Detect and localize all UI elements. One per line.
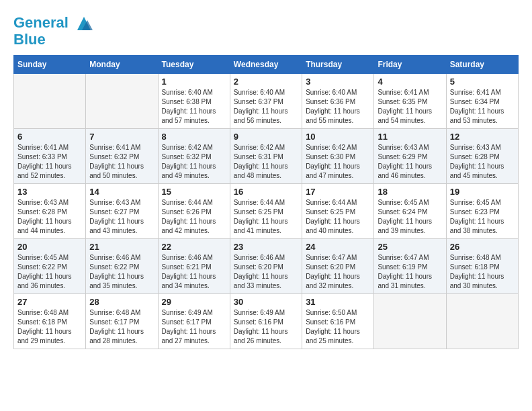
day-number: 23: [234, 242, 298, 252]
day-info: Sunrise: 6:41 AMSunset: 6:35 PMDaylight:…: [378, 88, 442, 126]
day-info: Sunrise: 6:42 AMSunset: 6:30 PMDaylight:…: [306, 143, 370, 181]
day-number: 28: [89, 297, 154, 307]
calendar-cell: 28Sunrise: 6:48 AMSunset: 6:17 PMDayligh…: [86, 294, 158, 349]
calendar-cell: 10Sunrise: 6:42 AMSunset: 6:30 PMDayligh…: [302, 129, 374, 184]
calendar-week-row: 6Sunrise: 6:41 AMSunset: 6:33 PMDaylight…: [14, 129, 519, 184]
day-number: 12: [450, 132, 515, 142]
day-info: Sunrise: 6:45 AMSunset: 6:23 PMDaylight:…: [450, 198, 515, 236]
day-info: Sunrise: 6:43 AMSunset: 6:28 PMDaylight:…: [17, 198, 82, 236]
day-info: Sunrise: 6:41 AMSunset: 6:32 PMDaylight:…: [89, 143, 154, 181]
calendar-cell: [374, 294, 446, 349]
calendar-cell: 9Sunrise: 6:42 AMSunset: 6:31 PMDaylight…: [230, 129, 302, 184]
calendar-cell: 8Sunrise: 6:42 AMSunset: 6:32 PMDaylight…: [158, 129, 230, 184]
day-info: Sunrise: 6:46 AMSunset: 6:21 PMDaylight:…: [162, 253, 226, 291]
calendar-cell: 15Sunrise: 6:44 AMSunset: 6:26 PMDayligh…: [158, 184, 230, 239]
calendar-cell: 29Sunrise: 6:49 AMSunset: 6:17 PMDayligh…: [158, 294, 230, 349]
day-info: Sunrise: 6:43 AMSunset: 6:28 PMDaylight:…: [450, 143, 515, 181]
day-info: Sunrise: 6:45 AMSunset: 6:22 PMDaylight:…: [17, 253, 82, 291]
calendar-cell: 1Sunrise: 6:40 AMSunset: 6:38 PMDaylight…: [158, 74, 230, 129]
day-number: 8: [162, 132, 226, 142]
day-info: Sunrise: 6:50 AMSunset: 6:16 PMDaylight:…: [306, 308, 370, 346]
day-info: Sunrise: 6:47 AMSunset: 6:19 PMDaylight:…: [378, 253, 442, 291]
day-info: Sunrise: 6:41 AMSunset: 6:33 PMDaylight:…: [17, 143, 82, 181]
day-info: Sunrise: 6:41 AMSunset: 6:34 PMDaylight:…: [450, 88, 515, 126]
calendar-cell: 30Sunrise: 6:49 AMSunset: 6:16 PMDayligh…: [230, 294, 302, 349]
weekday-header-monday: Monday: [86, 56, 158, 74]
calendar-cell: 23Sunrise: 6:46 AMSunset: 6:20 PMDayligh…: [230, 239, 302, 294]
calendar-cell: 6Sunrise: 6:41 AMSunset: 6:33 PMDaylight…: [14, 129, 86, 184]
weekday-header-thursday: Thursday: [302, 56, 374, 74]
day-info: Sunrise: 6:42 AMSunset: 6:31 PMDaylight:…: [234, 143, 298, 181]
day-info: Sunrise: 6:47 AMSunset: 6:20 PMDaylight:…: [306, 253, 370, 291]
day-number: 24: [306, 242, 370, 252]
weekday-header-tuesday: Tuesday: [158, 56, 230, 74]
calendar-cell: 19Sunrise: 6:45 AMSunset: 6:23 PMDayligh…: [446, 184, 518, 239]
calendar-week-row: 20Sunrise: 6:45 AMSunset: 6:22 PMDayligh…: [14, 239, 519, 294]
calendar-cell: 25Sunrise: 6:47 AMSunset: 6:19 PMDayligh…: [374, 239, 446, 294]
day-info: Sunrise: 6:42 AMSunset: 6:32 PMDaylight:…: [162, 143, 226, 181]
logo: General Blue: [13, 13, 94, 48]
day-number: 20: [17, 242, 82, 252]
day-number: 25: [378, 242, 442, 252]
day-number: 11: [378, 132, 442, 142]
calendar-cell: 22Sunrise: 6:46 AMSunset: 6:21 PMDayligh…: [158, 239, 230, 294]
calendar-cell: 26Sunrise: 6:48 AMSunset: 6:18 PMDayligh…: [446, 239, 518, 294]
day-number: 16: [234, 187, 298, 197]
calendar-week-row: 1Sunrise: 6:40 AMSunset: 6:38 PMDaylight…: [14, 74, 519, 129]
calendar-cell: 7Sunrise: 6:41 AMSunset: 6:32 PMDaylight…: [86, 129, 158, 184]
weekday-header-sunday: Sunday: [14, 56, 86, 74]
calendar-week-row: 27Sunrise: 6:48 AMSunset: 6:18 PMDayligh…: [14, 294, 519, 349]
calendar-cell: [86, 74, 158, 129]
day-number: 9: [234, 132, 298, 142]
day-info: Sunrise: 6:46 AMSunset: 6:22 PMDaylight:…: [89, 253, 154, 291]
calendar-cell: 14Sunrise: 6:43 AMSunset: 6:27 PMDayligh…: [86, 184, 158, 239]
calendar-cell: 27Sunrise: 6:48 AMSunset: 6:18 PMDayligh…: [14, 294, 86, 349]
calendar-cell: 16Sunrise: 6:44 AMSunset: 6:25 PMDayligh…: [230, 184, 302, 239]
day-number: 4: [378, 77, 442, 87]
day-info: Sunrise: 6:40 AMSunset: 6:36 PMDaylight:…: [306, 88, 370, 126]
day-number: 5: [450, 77, 515, 87]
day-number: 21: [89, 242, 154, 252]
calendar-cell: [446, 294, 518, 349]
calendar-cell: 20Sunrise: 6:45 AMSunset: 6:22 PMDayligh…: [14, 239, 86, 294]
calendar-cell: 2Sunrise: 6:40 AMSunset: 6:37 PMDaylight…: [230, 74, 302, 129]
calendar-cell: 13Sunrise: 6:43 AMSunset: 6:28 PMDayligh…: [14, 184, 86, 239]
calendar-cell: 4Sunrise: 6:41 AMSunset: 6:35 PMDaylight…: [374, 74, 446, 129]
day-info: Sunrise: 6:49 AMSunset: 6:17 PMDaylight:…: [162, 308, 226, 346]
calendar-cell: [14, 74, 86, 129]
day-info: Sunrise: 6:44 AMSunset: 6:25 PMDaylight:…: [234, 198, 298, 236]
day-number: 17: [306, 187, 370, 197]
day-number: 29: [162, 297, 226, 307]
weekday-header-friday: Friday: [374, 56, 446, 74]
calendar-cell: 18Sunrise: 6:45 AMSunset: 6:24 PMDayligh…: [374, 184, 446, 239]
calendar-cell: 24Sunrise: 6:47 AMSunset: 6:20 PMDayligh…: [302, 239, 374, 294]
day-number: 15: [162, 187, 226, 197]
day-info: Sunrise: 6:43 AMSunset: 6:27 PMDaylight:…: [89, 198, 154, 236]
day-number: 6: [17, 132, 82, 142]
day-number: 10: [306, 132, 370, 142]
day-info: Sunrise: 6:44 AMSunset: 6:26 PMDaylight:…: [162, 198, 226, 236]
day-number: 2: [234, 77, 298, 87]
day-info: Sunrise: 6:46 AMSunset: 6:20 PMDaylight:…: [234, 253, 298, 291]
day-number: 22: [162, 242, 226, 252]
weekday-header-saturday: Saturday: [446, 56, 518, 74]
day-number: 13: [17, 187, 82, 197]
day-number: 3: [306, 77, 370, 87]
day-info: Sunrise: 6:43 AMSunset: 6:29 PMDaylight:…: [378, 143, 442, 181]
weekday-header-wednesday: Wednesday: [230, 56, 302, 74]
page-header: General Blue: [13, 13, 519, 48]
day-number: 14: [89, 187, 154, 197]
calendar-cell: 31Sunrise: 6:50 AMSunset: 6:16 PMDayligh…: [302, 294, 374, 349]
calendar-cell: 11Sunrise: 6:43 AMSunset: 6:29 PMDayligh…: [374, 129, 446, 184]
day-info: Sunrise: 6:44 AMSunset: 6:25 PMDaylight:…: [306, 198, 370, 236]
calendar-cell: 21Sunrise: 6:46 AMSunset: 6:22 PMDayligh…: [86, 239, 158, 294]
day-info: Sunrise: 6:48 AMSunset: 6:18 PMDaylight:…: [450, 253, 515, 291]
day-info: Sunrise: 6:49 AMSunset: 6:16 PMDaylight:…: [234, 308, 298, 346]
day-number: 18: [378, 187, 442, 197]
day-number: 7: [89, 132, 154, 142]
calendar-cell: 17Sunrise: 6:44 AMSunset: 6:25 PMDayligh…: [302, 184, 374, 239]
calendar-cell: 12Sunrise: 6:43 AMSunset: 6:28 PMDayligh…: [446, 129, 518, 184]
day-info: Sunrise: 6:48 AMSunset: 6:17 PMDaylight:…: [89, 308, 154, 346]
calendar-cell: 5Sunrise: 6:41 AMSunset: 6:34 PMDaylight…: [446, 74, 518, 129]
day-number: 31: [306, 297, 370, 307]
